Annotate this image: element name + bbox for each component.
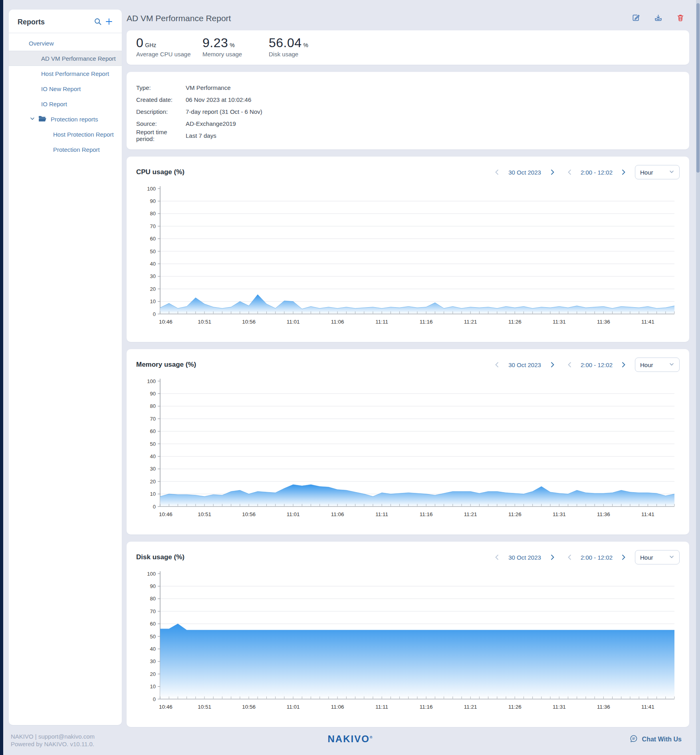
svg-text:100: 100 — [147, 186, 156, 192]
sidebar-item-host-protection-report[interactable]: Host Protection Report — [9, 127, 122, 142]
report-info-card: Type:VM Performance Created date:06 Nov … — [127, 72, 689, 149]
svg-text:80: 80 — [150, 403, 156, 409]
info-row-description: Description:7-day report (31 Oct - 6 Nov… — [136, 105, 680, 117]
cpu-usage-panel: CPU usage (%) 30 Oct 2023 2:00 - 12:02 H… — [127, 157, 689, 342]
memory-range-next-button[interactable] — [617, 359, 629, 371]
stat-value: 0 — [136, 36, 143, 50]
svg-text:40: 40 — [150, 646, 156, 652]
info-value: Last 7 days — [186, 132, 216, 139]
footer-credits-line2: Powered by NAKIVO. v10.11.0. — [11, 740, 95, 748]
svg-text:11:36: 11:36 — [597, 704, 610, 710]
edit-icon — [632, 14, 640, 23]
interval-select-value: Hour — [640, 169, 653, 176]
svg-text:70: 70 — [150, 223, 156, 229]
info-row-report-time-period: Report time period:Last 7 days — [136, 129, 680, 141]
svg-text:11:06: 11:06 — [331, 511, 344, 517]
sidebar-item-ad-vm-performance-report[interactable]: AD VM Performance Report — [9, 51, 122, 66]
delete-report-button[interactable] — [675, 13, 686, 24]
svg-text:10:56: 10:56 — [242, 511, 256, 517]
footer-credits-line1: NAKIVO | support@nakivo.com — [11, 733, 95, 740]
svg-text:11:41: 11:41 — [641, 511, 654, 517]
svg-text:11:11: 11:11 — [375, 511, 388, 517]
disk-interval-select[interactable]: Hour — [635, 550, 680, 564]
download-icon — [654, 14, 662, 23]
sidebar-item-protection-report[interactable]: Protection Report — [9, 142, 122, 157]
svg-text:50: 50 — [150, 441, 156, 447]
svg-text:11:31: 11:31 — [553, 511, 566, 517]
search-icon — [94, 18, 102, 27]
svg-text:0: 0 — [153, 504, 156, 510]
cpu-date-prev-button[interactable] — [491, 166, 503, 178]
svg-text:11:21: 11:21 — [464, 319, 477, 325]
svg-text:11:21: 11:21 — [464, 704, 477, 710]
disk-date-next-button[interactable] — [546, 551, 558, 563]
sidebar-item-io-new-report[interactable]: IO New Report — [9, 81, 122, 96]
info-label: Type: — [136, 84, 186, 91]
sidebar-item-io-report[interactable]: IO Report — [9, 96, 122, 111]
svg-text:11:06: 11:06 — [331, 704, 344, 710]
cpu-range-next-button[interactable] — [617, 166, 629, 178]
memory-panel-title: Memory usage (%) — [136, 361, 491, 369]
cpu-interval-select[interactable]: Hour — [635, 165, 680, 179]
memory-date-next-button[interactable] — [546, 359, 558, 371]
svg-text:11:16: 11:16 — [420, 704, 433, 710]
info-value: 06 Nov 2023 at 10:02:46 — [186, 96, 251, 103]
svg-text:11:36: 11:36 — [597, 319, 610, 325]
chart-svg: 010203040506070809010010:4610:5110:5611:… — [136, 374, 680, 528]
export-report-button[interactable] — [652, 13, 664, 24]
info-label: Source: — [136, 120, 186, 127]
disk-range-label: 2:00 - 12:02 — [576, 554, 617, 561]
memory-range-prev-button[interactable] — [564, 359, 576, 371]
disk-usage-chart: 010203040506070809010010:4610:5110:5611:… — [136, 566, 680, 721]
svg-text:70: 70 — [150, 608, 156, 614]
interval-select-value: Hour — [640, 362, 653, 368]
stat-average-cpu-usage: 0GHz Average CPU usage — [136, 36, 202, 65]
svg-text:90: 90 — [150, 583, 156, 589]
sidebar-item-label: Host Protection Report — [53, 131, 114, 138]
chevron-down-icon — [669, 169, 674, 176]
search-button[interactable] — [92, 16, 103, 28]
svg-text:80: 80 — [150, 211, 156, 217]
cpu-date-next-button[interactable] — [546, 166, 558, 178]
chat-with-us-button[interactable]: Chat With Us — [629, 734, 682, 745]
cpu-date-label: 30 Oct 2023 — [503, 169, 546, 176]
page-title: AD VM Performance Report — [127, 14, 630, 23]
svg-text:60: 60 — [150, 428, 156, 434]
sidebar-item-overview[interactable]: Overview — [9, 36, 122, 51]
svg-text:0: 0 — [153, 696, 156, 702]
svg-text:11:06: 11:06 — [331, 319, 344, 325]
edit-report-button[interactable] — [630, 13, 641, 24]
sidebar-item-label: IO Report — [41, 101, 67, 107]
svg-text:10:46: 10:46 — [159, 319, 173, 325]
svg-text:11:26: 11:26 — [508, 319, 522, 325]
disk-date-prev-button[interactable] — [491, 551, 503, 563]
add-report-button[interactable] — [103, 16, 115, 28]
info-label: Created date: — [136, 96, 186, 103]
memory-date-label: 30 Oct 2023 — [503, 362, 546, 368]
disk-range-prev-button[interactable] — [564, 551, 576, 563]
svg-text:10: 10 — [150, 491, 156, 497]
chevron-down-icon — [669, 554, 674, 561]
svg-text:90: 90 — [150, 391, 156, 397]
page-scrollbar[interactable] — [696, 0, 700, 755]
svg-text:11:31: 11:31 — [553, 704, 566, 710]
disk-range-next-button[interactable] — [617, 551, 629, 563]
svg-text:10:51: 10:51 — [198, 511, 211, 517]
chevron-down-icon[interactable] — [30, 116, 35, 123]
scrollbar-thumb[interactable] — [696, 3, 700, 173]
memory-date-prev-button[interactable] — [491, 359, 503, 371]
sidebar-folder-protection-reports[interactable]: Protection reports — [9, 111, 122, 127]
disk-panel-title: Disk usage (%) — [136, 553, 491, 561]
sidebar-header: Reports — [9, 10, 122, 33]
svg-text:30: 30 — [150, 466, 156, 472]
stat-unit: % — [230, 42, 234, 48]
info-value: 7-day report (31 Oct - 6 Nov) — [186, 108, 262, 115]
sidebar-item-host-performance-report[interactable]: Host Performance Report — [9, 66, 122, 81]
page-footer: NAKIVO | support@nakivo.com Powered by N… — [0, 727, 700, 755]
memory-interval-select[interactable]: Hour — [635, 358, 680, 372]
memory-usage-panel: Memory usage (%) 30 Oct 2023 2:00 - 12:0… — [127, 349, 689, 534]
svg-text:11:41: 11:41 — [641, 319, 654, 325]
info-value: VM Performance — [186, 84, 231, 91]
main-content: AD VM Performance Report 0GHz Aver — [127, 10, 689, 727]
cpu-range-prev-button[interactable] — [564, 166, 576, 178]
